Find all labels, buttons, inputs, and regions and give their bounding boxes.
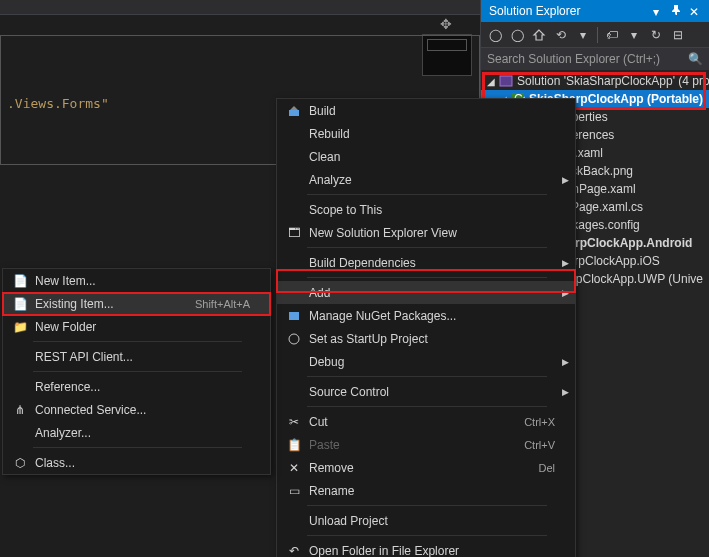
menu-analyze[interactable]: Analyze▶ bbox=[277, 168, 575, 191]
service-icon: ⋔ bbox=[9, 403, 31, 417]
submenu-arrow-icon: ▶ bbox=[562, 288, 569, 298]
menu-separator bbox=[33, 371, 242, 372]
submenu-new-item[interactable]: 📄New Item... bbox=[3, 269, 270, 292]
menu-separator bbox=[33, 447, 242, 448]
menu-separator bbox=[307, 376, 547, 377]
pin-icon[interactable] bbox=[671, 5, 683, 17]
sync-icon[interactable]: ⟲ bbox=[553, 27, 569, 43]
solution-icon bbox=[499, 74, 513, 88]
menu-cut[interactable]: ✂CutCtrl+X bbox=[277, 410, 575, 433]
editor-topbar bbox=[0, 0, 480, 15]
add-submenu: 📄New Item... 📄Existing Item...Shift+Alt+… bbox=[2, 268, 271, 475]
tree-solution-row[interactable]: ◢ Solution 'SkiaSharpClockApp' (4 pro bbox=[481, 72, 709, 90]
submenu-reference[interactable]: Reference... bbox=[3, 375, 270, 398]
svg-rect-0 bbox=[500, 76, 512, 86]
build-icon bbox=[283, 104, 305, 118]
startup-icon bbox=[283, 332, 305, 346]
menu-unload[interactable]: Unload Project bbox=[277, 509, 575, 532]
menu-separator bbox=[307, 277, 547, 278]
move-icon[interactable]: ✥ bbox=[440, 16, 452, 32]
new-view-icon: 🗔 bbox=[283, 226, 305, 240]
search-icon: 🔍 bbox=[688, 52, 703, 66]
class-icon: ⬡ bbox=[9, 456, 31, 470]
menu-separator bbox=[307, 406, 547, 407]
collapse-icon[interactable]: ⊟ bbox=[670, 27, 686, 43]
menu-nuget[interactable]: Manage NuGet Packages... bbox=[277, 304, 575, 327]
svg-rect-4 bbox=[289, 312, 299, 320]
submenu-class[interactable]: ⬡Class... bbox=[3, 451, 270, 474]
cut-icon: ✂ bbox=[283, 415, 305, 429]
menu-add[interactable]: Add▶ bbox=[277, 281, 575, 304]
dropdown-icon[interactable]: ▾ bbox=[653, 5, 665, 17]
home-icon[interactable] bbox=[531, 27, 547, 43]
submenu-analyzer[interactable]: Analyzer... bbox=[3, 421, 270, 444]
menu-separator bbox=[307, 535, 547, 536]
new-item-icon: 📄 bbox=[9, 274, 31, 288]
menu-source-control[interactable]: Source Control▶ bbox=[277, 380, 575, 403]
back-icon[interactable]: ◯ bbox=[487, 27, 503, 43]
expand-arrow-icon[interactable]: ◢ bbox=[487, 76, 495, 87]
submenu-arrow-icon: ▶ bbox=[562, 175, 569, 185]
forward-icon[interactable]: ◯ bbox=[509, 27, 525, 43]
submenu-arrow-icon: ▶ bbox=[562, 357, 569, 367]
search-input[interactable]: Search Solution Explorer (Ctrl+;) 🔍 bbox=[481, 48, 709, 70]
menu-remove[interactable]: ✕RemoveDel bbox=[277, 456, 575, 479]
folder-icon: 📁 bbox=[9, 320, 31, 334]
svg-rect-3 bbox=[289, 110, 299, 116]
search-placeholder: Search Solution Explorer (Ctrl+;) bbox=[487, 52, 660, 66]
menu-separator bbox=[307, 247, 547, 248]
nuget-icon bbox=[283, 309, 305, 323]
chevron-down-icon[interactable]: ▾ bbox=[626, 27, 642, 43]
solution-label: Solution 'SkiaSharpClockApp' (4 pro bbox=[517, 74, 709, 88]
folder-icon: ↶ bbox=[283, 544, 305, 558]
menu-build[interactable]: Build bbox=[277, 99, 575, 122]
menu-debug[interactable]: Debug▶ bbox=[277, 350, 575, 373]
close-icon[interactable]: ✕ bbox=[689, 5, 701, 17]
panel-header: Solution Explorer ▾ ✕ bbox=[481, 0, 709, 22]
chevron-down-icon[interactable]: ▾ bbox=[575, 27, 591, 43]
submenu-new-folder[interactable]: 📁New Folder bbox=[3, 315, 270, 338]
menu-rename[interactable]: ▭Rename bbox=[277, 479, 575, 502]
submenu-existing-item[interactable]: 📄Existing Item...Shift+Alt+A bbox=[3, 292, 270, 315]
rename-icon: ▭ bbox=[283, 484, 305, 498]
menu-scope[interactable]: Scope to This bbox=[277, 198, 575, 221]
submenu-rest-api[interactable]: REST API Client... bbox=[3, 345, 270, 368]
tag-icon[interactable]: 🏷 bbox=[604, 27, 620, 43]
menu-build-deps[interactable]: Build Dependencies▶ bbox=[277, 251, 575, 274]
menu-separator bbox=[307, 194, 547, 195]
menu-new-view[interactable]: 🗔New Solution Explorer View bbox=[277, 221, 575, 244]
toolbar-separator bbox=[597, 27, 598, 43]
panel-title: Solution Explorer bbox=[489, 4, 647, 18]
paste-icon: 📋 bbox=[283, 438, 305, 452]
menu-separator bbox=[33, 341, 242, 342]
menu-paste: 📋PasteCtrl+V bbox=[277, 433, 575, 456]
menu-startup[interactable]: Set as StartUp Project bbox=[277, 327, 575, 350]
refresh-icon[interactable]: ↻ bbox=[648, 27, 664, 43]
existing-item-icon: 📄 bbox=[9, 297, 31, 311]
remove-icon: ✕ bbox=[283, 461, 305, 475]
menu-clean[interactable]: Clean bbox=[277, 145, 575, 168]
panel-toolbar: ◯ ◯ ⟲ ▾ 🏷 ▾ ↻ ⊟ bbox=[481, 22, 709, 48]
svg-point-5 bbox=[289, 334, 299, 344]
menu-open-folder[interactable]: ↶Open Folder in File Explorer bbox=[277, 539, 575, 557]
submenu-arrow-icon: ▶ bbox=[562, 258, 569, 268]
submenu-arrow-icon: ▶ bbox=[562, 387, 569, 397]
menu-separator bbox=[307, 505, 547, 506]
context-menu: Build Rebuild Clean Analyze▶ Scope to Th… bbox=[276, 98, 576, 557]
submenu-connected-service[interactable]: ⋔Connected Service... bbox=[3, 398, 270, 421]
menu-rebuild[interactable]: Rebuild bbox=[277, 122, 575, 145]
